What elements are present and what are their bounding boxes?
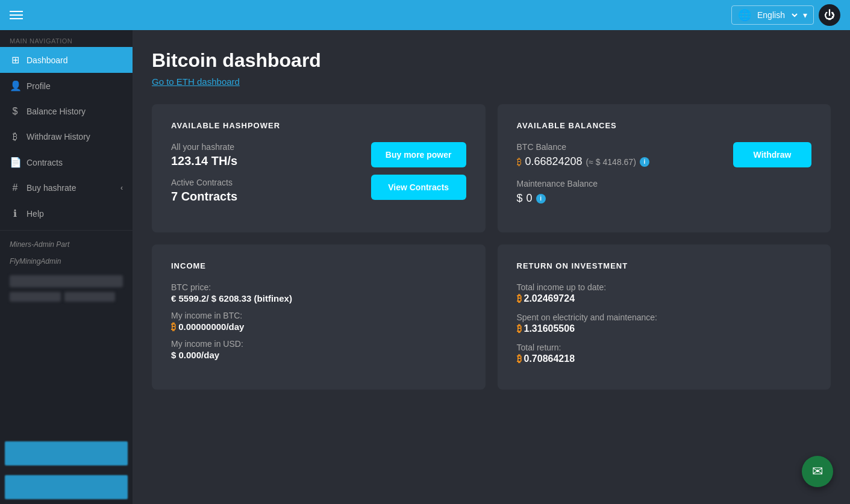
sidebar-bar-1[interactable]	[5, 441, 128, 465]
help-icon: ℹ	[10, 208, 20, 219]
admin-blur-1	[10, 275, 123, 287]
total-income-value: ₿ 2.02469724	[517, 293, 812, 304]
maintenance-label: Maintenance Balance	[517, 179, 649, 188]
sidebar-item-profile[interactable]: 👤 Profile	[0, 73, 133, 99]
layout: MAIN NAVIGATION ⊞ Dashboard 👤 Profile $ …	[0, 30, 850, 504]
sidebar-item-withdraw-label: Withdraw History	[27, 132, 90, 142]
dollar-sign: $	[517, 192, 523, 205]
total-return-value: ₿ 0.70864218	[517, 353, 812, 364]
miners-admin-label: Miners-Admin Part	[0, 234, 133, 251]
balances-actions: Withdraw	[733, 142, 811, 167]
income-card: INCOME BTC price: € 5599.2/ $ 6208.33 (b…	[152, 244, 486, 390]
sidebar-item-hashrate-label: Buy hashrate	[27, 183, 77, 193]
page-title: Bitcoin dashboard	[152, 49, 831, 72]
maintenance-info-icon[interactable]: i	[536, 194, 546, 204]
eth-dashboard-link[interactable]: Go to ETH dashboard	[152, 76, 240, 87]
main-content: Bitcoin dashboard Go to ETH dashboard AV…	[133, 30, 850, 504]
balances-stats: BTC Balance ₿ 0.66824208 (≈ $ 4148.67) i…	[517, 142, 649, 216]
roi-btc-symbol-1: ₿	[517, 293, 522, 304]
admin-blur-3	[64, 292, 116, 302]
income-usd-value: $ 0.000/day	[171, 350, 466, 360]
btc-amount: 0.66824208	[525, 155, 583, 168]
chevron-left-icon: ‹	[120, 184, 123, 192]
spent-value: ₿ 1.31605506	[517, 323, 812, 334]
power-button[interactable]: ⏻	[819, 4, 840, 26]
sidebar-item-help-label: Help	[27, 209, 44, 219]
balances-card: AVAILABLE BALANCES BTC Balance ₿ 0.66824…	[498, 104, 831, 232]
btc-sym: ₿	[171, 322, 176, 332]
language-selector[interactable]: 🌐 English Deutsch Français Español Русск…	[731, 5, 814, 25]
cards-grid: AVAILABLE HASHPOWER All your hashrate 12…	[152, 104, 831, 390]
roi-btc-symbol-3: ₿	[517, 353, 522, 364]
btc-symbol: ₿	[517, 157, 522, 167]
spent-item: Spent on electricity and maintenance: ₿ …	[517, 313, 812, 334]
btc-balance-section: BTC Balance ₿ 0.66824208 (≈ $ 4148.67) i	[517, 142, 649, 168]
income-btc-value: ₿ 0.00000000/day	[171, 322, 466, 332]
withdraw-button[interactable]: Withdraw	[733, 142, 811, 167]
dashboard-icon: ⊞	[10, 54, 20, 66]
income-title: INCOME	[171, 261, 466, 270]
contracts-label: Active Contracts	[171, 178, 237, 187]
sidebar-item-contracts[interactable]: 📄 Contracts	[0, 149, 133, 175]
admin-area	[0, 268, 133, 311]
sidebar-item-help[interactable]: ℹ Help	[0, 201, 133, 226]
income-usd-item: My income in USD: $ 0.000/day	[171, 339, 466, 360]
total-income-item: Total income up to date: ₿ 2.02469724	[517, 282, 812, 304]
page-subtitle: Go to ETH dashboard	[152, 76, 831, 87]
sidebar-item-withdraw-history[interactable]: ₿ Withdraw History	[0, 124, 133, 149]
btc-balance-value: ₿ 0.66824208 (≈ $ 4148.67) i	[517, 155, 649, 168]
btc-price-value: € 5599.2/ $ 6208.33 (bitfinex)	[171, 293, 466, 303]
balance-icon: $	[10, 106, 20, 117]
hashrate-label: All your hashrate	[171, 142, 237, 152]
total-return-label: Total return:	[517, 343, 812, 352]
income-usd-label: My income in USD:	[171, 339, 466, 349]
chevron-down-icon: ▾	[803, 10, 807, 20]
btc-price-label: BTC price:	[171, 282, 466, 292]
message-fab[interactable]: ✉	[802, 456, 833, 487]
btc-price-item: BTC price: € 5599.2/ $ 6208.33 (bitfinex…	[171, 282, 466, 303]
sidebar: MAIN NAVIGATION ⊞ Dashboard 👤 Profile $ …	[0, 30, 133, 504]
spent-label: Spent on electricity and maintenance:	[517, 313, 812, 322]
hashpower-body: All your hashrate 123.14 TH/s Active Con…	[171, 142, 466, 213]
btc-info-icon[interactable]: i	[640, 157, 649, 167]
roi-title: RETURN ON INVESTMENT	[517, 261, 812, 270]
btc-approx: (≈ $ 4148.67)	[586, 157, 636, 167]
contracts-icon: 📄	[10, 157, 20, 168]
maintenance-value: $ 0 i	[517, 192, 649, 205]
maintenance-section: Maintenance Balance $ 0 i	[517, 179, 649, 205]
sidebar-section-label: MAIN NAVIGATION	[0, 30, 133, 47]
sidebar-item-dashboard-label: Dashboard	[27, 55, 68, 65]
hashrate-value: 123.14 TH/s	[171, 154, 237, 168]
sidebar-item-buy-hashrate[interactable]: # Buy hashrate ‹	[0, 175, 133, 201]
sidebar-bar-2[interactable]	[5, 475, 128, 499]
topbar-left	[10, 11, 23, 19]
sidebar-item-balance-label: Balance History	[27, 107, 86, 116]
menu-toggle[interactable]	[10, 11, 23, 19]
contracts-value: 7 Contracts	[171, 190, 237, 204]
view-contracts-button[interactable]: View Contracts	[371, 175, 466, 200]
balances-title: AVAILABLE BALANCES	[517, 121, 812, 130]
sidebar-item-balance-history[interactable]: $ Balance History	[0, 99, 133, 124]
topbar-right: 🌐 English Deutsch Français Español Русск…	[731, 4, 840, 26]
language-select[interactable]: English Deutsch Français Español Русский	[755, 10, 799, 20]
hashrate-stat: All your hashrate 123.14 TH/s	[171, 142, 237, 168]
admin-blur-2	[10, 292, 61, 302]
income-btc-item: My income in BTC: ₿ 0.00000000/day	[171, 311, 466, 332]
hashpower-actions: Buy more power View Contracts	[371, 142, 466, 200]
hashpower-stats: All your hashrate 123.14 TH/s Active Con…	[171, 142, 237, 213]
maintenance-amount: 0	[527, 192, 533, 205]
total-income-label: Total income up to date:	[517, 282, 812, 292]
btc-balance-label: BTC Balance	[517, 142, 649, 152]
sidebar-item-profile-label: Profile	[27, 81, 51, 91]
topbar: 🌐 English Deutsch Français Español Русск…	[0, 0, 850, 30]
globe-icon: 🌐	[738, 8, 751, 22]
income-btc-label: My income in BTC:	[171, 311, 466, 320]
balances-body: BTC Balance ₿ 0.66824208 (≈ $ 4148.67) i…	[517, 142, 812, 216]
buy-more-power-button[interactable]: Buy more power	[371, 142, 466, 167]
sidebar-bottom	[0, 437, 133, 504]
sidebar-item-contracts-label: Contracts	[27, 158, 63, 167]
fly-admin-label: FlyMiningAdmin	[0, 251, 133, 268]
roi-btc-symbol-2: ₿	[517, 323, 522, 334]
profile-icon: 👤	[10, 80, 20, 92]
sidebar-item-dashboard[interactable]: ⊞ Dashboard	[0, 47, 133, 73]
